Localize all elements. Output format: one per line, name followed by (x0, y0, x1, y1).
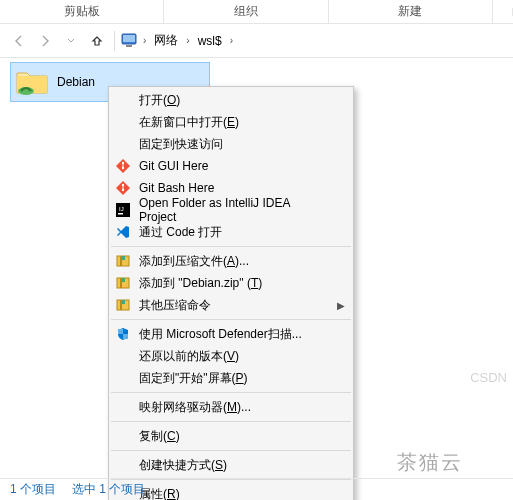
menu-item[interactable]: 映射网络驱动器(M)... (109, 396, 353, 418)
menu-item-label: 其他压缩命令 (139, 297, 211, 314)
zip-icon (115, 253, 131, 269)
menu-item[interactable]: IJOpen Folder as IntelliJ IDEA Project (109, 199, 353, 221)
menu-item-label: 还原以前的版本(V) (139, 348, 239, 365)
status-selected: 选中 1 个项目 (72, 481, 145, 498)
chevron-right-icon: › (186, 35, 189, 46)
menu-item-label: 固定到快速访问 (139, 136, 223, 153)
menu-item[interactable]: 固定到快速访问 (109, 133, 353, 155)
svg-rect-12 (120, 256, 122, 266)
chevron-right-icon: › (230, 35, 233, 46)
svg-rect-19 (122, 300, 125, 304)
menu-separator (111, 392, 351, 393)
status-bar: 1 个项目 选中 1 个项目 (0, 478, 513, 500)
pc-icon[interactable] (121, 33, 139, 49)
menu-item[interactable]: 添加到压缩文件(A)... (109, 250, 353, 272)
menu-item-label: 复制(C) (139, 428, 180, 445)
menu-item-label: 在新窗口中打开(E) (139, 114, 239, 131)
menu-item-label: Open Folder as IntelliJ IDEA Project (139, 196, 329, 224)
git-icon (115, 158, 131, 174)
svg-text:IJ: IJ (119, 206, 124, 212)
forward-button[interactable] (34, 30, 56, 52)
svg-rect-15 (120, 278, 122, 288)
vscode-icon (115, 224, 131, 240)
menu-item-label: 添加到 "Debian.zip" (T) (139, 275, 262, 292)
menu-item-label: 固定到"开始"屏幕(P) (139, 370, 248, 387)
menu-item[interactable]: 打开(O) (109, 89, 353, 111)
menu-item[interactable]: 复制(C) (109, 425, 353, 447)
ribbon-tab-extra[interactable] (493, 8, 513, 16)
svg-rect-21 (123, 334, 128, 339)
menu-item-label: 打开(O) (139, 92, 180, 109)
menu-item[interactable]: Git GUI Here (109, 155, 353, 177)
menu-item[interactable]: 通过 Code 打开 (109, 221, 353, 243)
svg-rect-13 (122, 256, 125, 260)
zip-icon (115, 275, 131, 291)
chevron-right-icon: ▶ (337, 300, 345, 311)
svg-rect-18 (120, 300, 122, 310)
recent-dropdown[interactable] (60, 30, 82, 52)
menu-item[interactable]: 固定到"开始"屏幕(P) (109, 367, 353, 389)
menu-item-label: Git GUI Here (139, 159, 208, 173)
ij-icon: IJ (115, 202, 131, 218)
menu-separator (111, 319, 351, 320)
watermark-csdn: CSDN (470, 370, 507, 385)
back-button[interactable] (8, 30, 30, 52)
status-count: 1 个项目 (10, 481, 56, 498)
ribbon-tabs: 剪贴板 组织 新建 (0, 0, 513, 24)
menu-separator (111, 246, 351, 247)
git-icon (115, 180, 131, 196)
menu-item-label: Git Bash Here (139, 181, 214, 195)
navigation-bar: › 网络 › wsl$ › (0, 24, 513, 58)
menu-item-label: 创建快捷方式(S) (139, 457, 227, 474)
ribbon-tab-new[interactable]: 新建 (329, 0, 493, 24)
network-folder-icon (15, 67, 49, 97)
context-menu: 打开(O)在新窗口中打开(E)固定到快速访问Git GUI HereGit Ba… (108, 86, 354, 500)
menu-item[interactable]: 在新窗口中打开(E) (109, 111, 353, 133)
svg-rect-1 (123, 35, 135, 42)
menu-item[interactable]: 其他压缩命令▶ (109, 294, 353, 316)
zip-icon (115, 297, 131, 313)
menu-item[interactable]: 还原以前的版本(V) (109, 345, 353, 367)
chevron-right-icon: › (143, 35, 146, 46)
defender-icon (115, 326, 131, 342)
menu-item-label: 使用 Microsoft Defender扫描... (139, 326, 302, 343)
watermark-brand: 茶猫云 (397, 449, 463, 476)
svg-rect-9 (118, 213, 123, 215)
svg-rect-16 (122, 278, 125, 282)
up-button[interactable] (86, 30, 108, 52)
menu-item-label: 通过 Code 打开 (139, 224, 222, 241)
ribbon-tab-clipboard[interactable]: 剪贴板 (0, 0, 164, 24)
menu-item[interactable]: 添加到 "Debian.zip" (T) (109, 272, 353, 294)
menu-separator (111, 450, 351, 451)
menu-item-label: 映射网络驱动器(M)... (139, 399, 251, 416)
menu-item-label: 添加到压缩文件(A)... (139, 253, 249, 270)
menu-separator (111, 421, 351, 422)
svg-rect-2 (126, 45, 132, 47)
menu-item[interactable]: 使用 Microsoft Defender扫描... (109, 323, 353, 345)
svg-rect-20 (118, 329, 123, 334)
menu-item[interactable]: 创建快捷方式(S) (109, 454, 353, 476)
ribbon-tab-organize[interactable]: 组织 (164, 0, 328, 24)
breadcrumb-network[interactable]: 网络 (150, 32, 182, 49)
breadcrumb-wsl[interactable]: wsl$ (194, 34, 226, 48)
folder-label: Debian (57, 75, 95, 89)
